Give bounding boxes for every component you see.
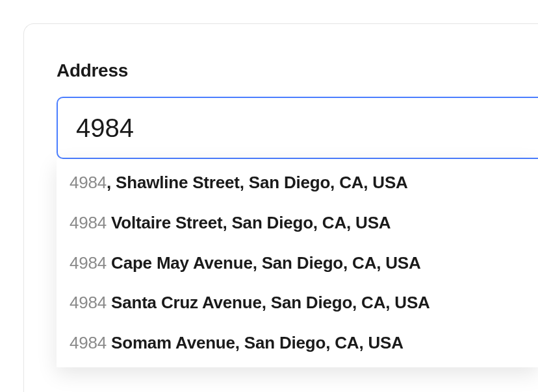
suggestion-prefix: 4984: [70, 293, 107, 312]
address-suggestion[interactable]: 4984 Santa Cruz Avenue, San Diego, CA, U…: [57, 283, 538, 323]
address-suggestion[interactable]: 4984 Voltaire Street, San Diego, CA, USA: [57, 203, 538, 243]
suggestion-prefix: 4984: [70, 253, 107, 273]
suggestion-rest: Santa Cruz Avenue, San Diego, CA, USA: [111, 293, 430, 312]
address-field-wrap: 4984, Shawline Street, San Diego, CA, US…: [57, 97, 538, 159]
suggestion-rest: Somam Avenue, San Diego, CA, USA: [111, 333, 404, 352]
suggestion-rest: Shawline Street, San Diego, CA, USA: [116, 173, 408, 192]
suggestion-rest: Cape May Avenue, San Diego, CA, USA: [111, 253, 421, 273]
address-suggestions-dropdown: 4984, Shawline Street, San Diego, CA, US…: [57, 159, 538, 367]
address-label: Address: [57, 60, 538, 81]
address-suggestion[interactable]: 4984 Cape May Avenue, San Diego, CA, USA: [57, 243, 538, 284]
suggestion-prefix: 4984: [70, 173, 107, 192]
address-suggestion[interactable]: 4984, Shawline Street, San Diego, CA, US…: [57, 163, 538, 203]
suggestion-prefix: 4984: [70, 213, 107, 232]
suggestion-rest: Voltaire Street, San Diego, CA, USA: [111, 213, 391, 232]
address-input[interactable]: [57, 97, 538, 159]
suggestion-prefix: 4984: [70, 333, 107, 352]
form-card: Address 4984, Shawline Street, San Diego…: [23, 23, 538, 392]
address-suggestion[interactable]: 4984 Somam Avenue, San Diego, CA, USA: [57, 323, 538, 363]
suggestion-comma: ,: [107, 173, 116, 192]
